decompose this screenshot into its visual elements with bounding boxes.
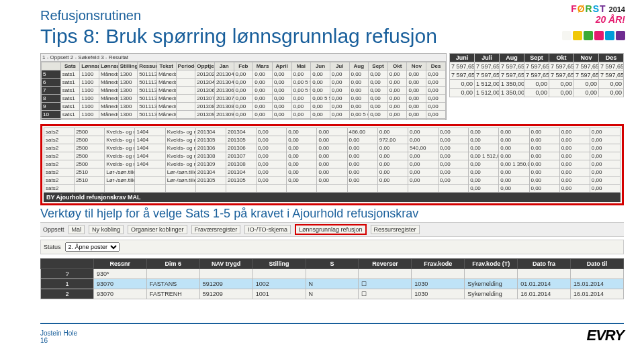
upper-table: SatsLønnsartLønnsart(T)StillingRessursTe… bbox=[41, 62, 446, 120]
status-row: Status 2. Åpne poster bbox=[40, 240, 624, 254]
tab-mal[interactable]: Mal bbox=[68, 225, 85, 234]
lower-table: RessnrDim 6NAV trygdStillingSReverserFra… bbox=[40, 258, 624, 299]
mid-table: sats22500Kvelds- og nattillegg turnus - … bbox=[44, 128, 620, 193]
tabs-row: Oppsett Mal Ny kobling Organiser kobling… bbox=[40, 222, 624, 237]
tab-organiser[interactable]: Organiser koblinger bbox=[128, 225, 187, 234]
icon-strip bbox=[562, 31, 625, 40]
lower-grid: RessnrDim 6NAV trygdStillingSReverserFra… bbox=[40, 258, 624, 299]
status-select[interactable]: 2. Åpne poster bbox=[65, 242, 120, 252]
side-summary-table: JuniJuliAugSeptOktNovDes7 597,657 597,65… bbox=[449, 53, 624, 97]
slide-title: Tips 8: Bruk spørring lønnsgrunnlag refu… bbox=[40, 25, 624, 48]
tab-fravaer[interactable]: Fraværsregister bbox=[191, 225, 241, 234]
evry-logo: EVRY bbox=[586, 327, 624, 344]
overlay-caption: Verktøy til hjelp for å velge Sats 1-5 p… bbox=[40, 205, 624, 222]
tabs-label: Oppsett bbox=[43, 226, 64, 233]
brand-logo: FØRST 2014 20 ÅR! bbox=[571, 4, 625, 24]
mid-footer-label: BY Ajourhold refusjonskrav MAL bbox=[44, 193, 620, 202]
tab-io-to[interactable]: IO-/TO-skjema bbox=[244, 225, 291, 234]
tab-lonnsgrunnlag[interactable]: Lønnsgrunnlag refusjon bbox=[295, 224, 367, 235]
status-label: Status bbox=[44, 244, 61, 250]
tab-ressursregister[interactable]: Ressursregister bbox=[371, 225, 420, 234]
highlighted-section: sats22500Kvelds- og nattillegg turnus - … bbox=[40, 124, 624, 205]
tab-nykobling[interactable]: Ny kobling bbox=[89, 225, 124, 234]
footer-left: Jostein Hole 16 bbox=[40, 330, 77, 344]
slide-subtitle: Refusjonsrutinen bbox=[40, 8, 624, 23]
upper-grid: 1 - Oppsett 2 - Søkefeld 3 - Resultat Sa… bbox=[40, 53, 447, 120]
